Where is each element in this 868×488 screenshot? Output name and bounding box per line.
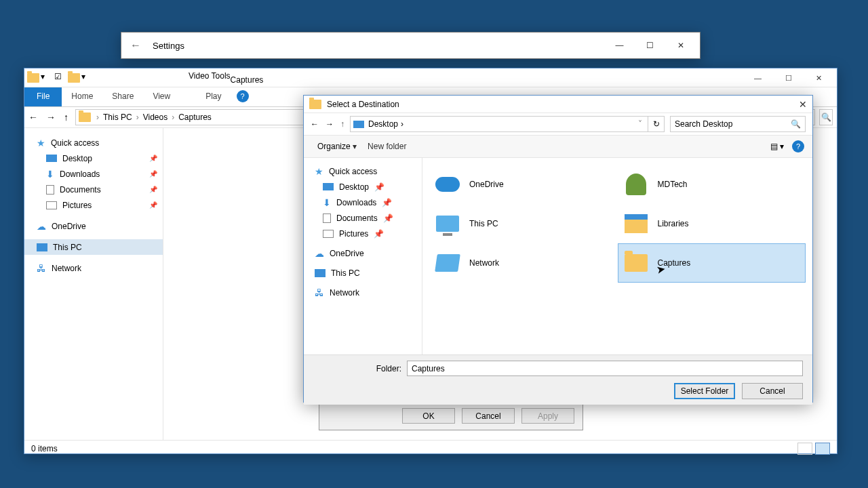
desktop-icon (323, 183, 334, 190)
tree-downloads[interactable]: ⬇Downloads📌 (34, 166, 163, 182)
folder-name-input[interactable] (407, 361, 803, 376)
tree-quick-access[interactable]: ★Quick access (24, 135, 163, 150)
tree-documents[interactable]: Documents📌 (34, 182, 163, 197)
minimize-button[interactable]: — (743, 69, 773, 87)
breadcrumb[interactable]: This PC (100, 113, 135, 122)
item-libraries[interactable]: Libraries (618, 204, 806, 243)
search-button[interactable]: 🔍 (819, 109, 833, 125)
qat-dropdown-icon[interactable]: ▾ (81, 72, 94, 84)
pictures-icon (323, 230, 334, 238)
tree-onedrive[interactable]: ☁OneDrive (24, 218, 163, 234)
network-icon: 🖧 (315, 287, 324, 298)
tree-pictures[interactable]: Pictures📌 (34, 197, 163, 213)
network-icon: 🖧 (37, 263, 46, 274)
pin-icon: 📌 (149, 170, 157, 178)
breadcrumb[interactable]: Captures (176, 113, 214, 122)
cloud-icon (435, 177, 460, 192)
ribbon-view-tab[interactable]: View (143, 87, 180, 106)
ribbon-share-tab[interactable]: Share (102, 87, 143, 106)
qat-newfolder-icon[interactable] (68, 73, 80, 83)
help-icon[interactable]: ? (792, 140, 804, 152)
item-this-pc[interactable]: This PC (429, 204, 618, 243)
help-icon[interactable]: ? (237, 90, 249, 102)
document-icon (46, 185, 54, 195)
dialog-title: Select a Destination (327, 100, 399, 109)
qat-icon[interactable]: ▾ (41, 72, 53, 84)
close-button[interactable]: ✕ (665, 35, 696, 56)
view-large-button[interactable] (815, 443, 830, 455)
tree-pictures[interactable]: Pictures📌 (312, 226, 422, 241)
maximize-button[interactable]: ☐ (635, 35, 665, 56)
ribbon-play-tab[interactable]: Play (196, 87, 231, 106)
tree-desktop[interactable]: Desktop📌 (312, 179, 422, 195)
tree-quick-access[interactable]: ★Quick access (304, 163, 422, 179)
item-network[interactable]: Network (429, 243, 618, 283)
tree-this-pc[interactable]: This PC (24, 239, 163, 255)
apply-button: Apply (521, 408, 574, 424)
context-tab[interactable]: Video Tools (189, 71, 231, 85)
pin-icon: 📌 (382, 198, 392, 207)
nav-tree: ★Quick access Desktop📌 ⬇Downloads📌 Docum… (24, 128, 163, 440)
item-onedrive[interactable]: OneDrive (429, 165, 618, 204)
pc-icon (37, 243, 47, 251)
network-icon (435, 254, 460, 272)
item-mdtech[interactable]: MDTech (618, 165, 806, 204)
location-text: Desktop (368, 119, 398, 129)
nav-up-button[interactable]: ↑ (340, 119, 344, 129)
maximize-button[interactable]: ☐ (773, 69, 804, 87)
nav-back-button[interactable]: ← (311, 119, 319, 129)
search-input[interactable]: Search Desktop 🔍 (670, 116, 806, 132)
tree-network[interactable]: 🖧Network (24, 260, 163, 276)
download-icon: ⬇ (46, 169, 54, 180)
new-folder-button[interactable]: New folder (362, 139, 412, 154)
ribbon-file-tab[interactable]: File (24, 87, 62, 106)
view-details-button[interactable] (797, 443, 812, 455)
pin-icon: 📌 (149, 186, 157, 193)
pictures-icon (46, 201, 57, 209)
select-folder-button[interactable]: Select Folder (674, 383, 735, 399)
item-captures[interactable]: Captures (618, 243, 806, 283)
address-bar[interactable]: Desktop › ˅ (350, 116, 648, 132)
tree-downloads[interactable]: ⬇Downloads📌 (312, 195, 422, 210)
pin-icon: 📌 (374, 229, 384, 239)
tree-onedrive[interactable]: ☁OneDrive (304, 245, 422, 261)
star-icon: ★ (37, 138, 45, 148)
download-icon: ⬇ (323, 197, 331, 208)
nav-up-button[interactable]: ↑ (64, 112, 68, 123)
desktop-icon (46, 155, 57, 162)
pin-icon: 📌 (149, 201, 157, 209)
ok-button[interactable]: OK (402, 408, 455, 424)
ribbon-home-tab[interactable]: Home (62, 87, 102, 106)
close-button[interactable]: ✕ (799, 99, 807, 110)
nav-forward-button[interactable]: → (46, 112, 56, 123)
refresh-button[interactable]: ↻ (648, 116, 665, 132)
organize-button[interactable]: Organize ▾ (312, 139, 362, 154)
minimize-button[interactable]: — (604, 35, 635, 56)
folder-icon (27, 73, 39, 83)
back-button[interactable]: ← (125, 39, 146, 52)
breadcrumb[interactable]: Videos (140, 113, 170, 122)
select-destination-dialog: Select a Destination ✕ ← → ↑ Desktop › ˅… (303, 95, 813, 403)
desktop-icon (353, 121, 364, 128)
nav-back-button[interactable]: ← (28, 112, 38, 123)
search-icon: 🔍 (791, 119, 801, 129)
folder-label: Folder: (313, 364, 401, 373)
cloud-icon: ☁ (37, 221, 46, 232)
tree-this-pc[interactable]: This PC (304, 265, 422, 281)
view-options-button[interactable]: ▤ ▾ (770, 142, 784, 151)
folder-content[interactable]: OneDrive MDTech This PC Libraries Networ… (422, 158, 812, 354)
properties-footer: OK Cancel Apply (319, 402, 583, 430)
nav-forward-button[interactable]: → (326, 119, 334, 129)
close-button[interactable]: ✕ (804, 69, 834, 87)
qat-properties-icon[interactable]: ☑ (54, 72, 66, 84)
pin-icon: 📌 (374, 182, 384, 192)
tree-network[interactable]: 🖧Network (304, 285, 422, 300)
folder-icon (309, 100, 321, 109)
tree-desktop[interactable]: Desktop📌 (34, 150, 163, 166)
cancel-button[interactable]: Cancel (462, 408, 515, 424)
pc-icon (436, 216, 459, 232)
history-dropdown[interactable]: ˅ (635, 119, 645, 129)
cancel-button[interactable]: Cancel (742, 383, 803, 399)
tree-documents[interactable]: Documents📌 (312, 210, 422, 226)
search-placeholder: Search Desktop (675, 119, 732, 129)
